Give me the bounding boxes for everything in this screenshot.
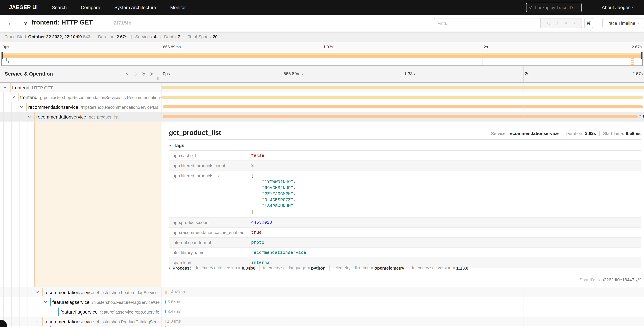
- span-duration-bar[interactable]: [163, 115, 638, 118]
- tick-label: 2s: [484, 42, 488, 52]
- tag-row[interactable]: app.cache_hitfalse: [169, 151, 641, 160]
- clear-find-icon[interactable]: ×: [573, 21, 576, 26]
- chevron-right-icon: ›: [169, 266, 170, 270]
- collapse-trace-chevron-icon[interactable]: ∨: [24, 20, 28, 26]
- tag-value: 44530923: [251, 218, 641, 227]
- back-arrow-icon[interactable]: ←: [8, 19, 14, 26]
- tag-row[interactable]: app.filtered_products.count8: [169, 160, 641, 170]
- trace-view-selector[interactable]: Trace Timeline ∨: [602, 18, 643, 28]
- span-row[interactable]: recommendationservice/hipstershop.Recomm…: [0, 102, 644, 112]
- span-name[interactable]: recommendationservice/hipstershop.Produc…: [44, 316, 161, 326]
- summary-value: 2.67s: [116, 34, 128, 39]
- process-section[interactable]: › Process: telemetry.auto.version=0.34b0…: [169, 265, 472, 270]
- span-duration-bar[interactable]: [165, 320, 165, 323]
- collapse-all-icon[interactable]: [142, 72, 146, 76]
- tag-value: proto: [251, 238, 641, 248]
- list-item: "OLJCESPC7Z",: [251, 197, 641, 203]
- list-item: "2ZYFJ3GM2N",: [251, 191, 641, 197]
- detail-meta-value: 2.62s: [585, 131, 596, 136]
- process-value: 0.34b0: [242, 266, 255, 270]
- span-row[interactable]: recommendationservice/hipstershop.Produc…: [0, 316, 644, 326]
- span-operation-name: get_product_list: [89, 115, 118, 120]
- column-resize-handle[interactable]: [157, 77, 159, 80]
- match-highlight-icon[interactable]: ◎: [546, 21, 550, 26]
- summary-label: Services: [135, 34, 152, 39]
- expand-one-icon[interactable]: [134, 72, 138, 76]
- minimap-left-scrubber[interactable]: [2, 52, 3, 59]
- expand-collapse-controls: [126, 66, 154, 82]
- tag-key: app.filtered_products.list: [169, 171, 251, 180]
- span-name[interactable]: recommendationserviceget_product_list: [36, 112, 161, 122]
- tick-label: 666.89ms: [163, 42, 181, 52]
- span-row[interactable]: frontendHTTP GET: [0, 82, 644, 92]
- keyboard-shortcuts-button[interactable]: ⌘: [584, 18, 593, 28]
- process-entry: telemetry.sdk.version=1.13.0: [408, 265, 472, 270]
- minimap-canvas[interactable]: [1, 52, 643, 66]
- nav-item-monitor[interactable]: Monitor: [170, 5, 186, 10]
- link-icon[interactable]: [636, 278, 641, 282]
- span-row[interactable]: featureflagservicefeatureflagservice.rep…: [0, 307, 644, 316]
- span-service-name: recommendationservice: [36, 114, 86, 120]
- nav-item-compare[interactable]: Compare: [81, 5, 100, 10]
- span-name[interactable]: recommendationservice/hipstershop.Recomm…: [28, 102, 161, 112]
- span-operation-name: /hipstershop.FeatureFlagService...: [97, 290, 161, 295]
- span-duration-bar[interactable]: [165, 300, 166, 304]
- minimap-span-bar: [631, 60, 634, 61]
- process-value: opentelemetry: [374, 266, 404, 270]
- nav-item-system-architecture[interactable]: System Architecture: [114, 5, 156, 10]
- span-name[interactable]: frontendgrpc.hipstershop.RecommendationS…: [20, 92, 161, 102]
- nav-right: About Jaeger ∨: [526, 0, 644, 15]
- span-children-toggle[interactable]: [12, 95, 15, 99]
- tag-row[interactable]: internal.span.formatproto: [169, 237, 641, 248]
- next-result-icon[interactable]: ∨: [564, 21, 568, 26]
- minimap-span-bar: [631, 58, 634, 59]
- tick-label: 1.33s: [323, 42, 333, 52]
- minimap-right-scrubber[interactable]: [641, 52, 642, 59]
- span-children-toggle[interactable]: [20, 105, 23, 109]
- tick-label: 2s: [525, 66, 529, 82]
- span-row[interactable]: featureflagservice/hipstershop.FeatureFl…: [0, 297, 644, 307]
- trace-lookup-box[interactable]: [526, 2, 582, 12]
- list-bracket: ]: [251, 209, 641, 215]
- tick-label: 2.67s: [632, 42, 642, 52]
- summary-separator: [94, 34, 94, 39]
- summary-label: Duration: [98, 34, 114, 39]
- span-duration-bar[interactable]: [162, 96, 643, 99]
- nav-item-search[interactable]: Search: [52, 5, 67, 10]
- detail-meta-label: Start Time:: [603, 131, 624, 136]
- tag-row[interactable]: app.filtered_products.list["1YMWWN1N4O",…: [169, 170, 641, 217]
- tick-label: 2.67s: [632, 66, 643, 82]
- prev-result-icon[interactable]: ∧: [556, 21, 559, 26]
- span-children-toggle[interactable]: [28, 115, 31, 118]
- trace-lookup-input[interactable]: [535, 5, 578, 10]
- span-duration-bar[interactable]: [165, 291, 167, 294]
- span-name[interactable]: frontendHTTP GET: [12, 82, 161, 92]
- span-duration-bar[interactable]: [165, 310, 166, 313]
- collapse-one-icon[interactable]: [126, 72, 130, 76]
- span-name[interactable]: featureflagservicefeatureflagservice.rep…: [60, 307, 161, 316]
- jaeger-logo[interactable]: JAEGER UI: [9, 4, 38, 10]
- span-name[interactable]: featureflagservice/hipstershop.FeatureFl…: [52, 297, 161, 307]
- span-children-toggle[interactable]: [36, 290, 39, 294]
- span-row[interactable]: recommendationservice/hipstershop.Featur…: [0, 288, 644, 297]
- chevron-down-icon: [28, 115, 31, 118]
- expand-all-icon[interactable]: [150, 72, 154, 76]
- summary-label: Depth: [164, 34, 176, 39]
- about-jaeger-menu[interactable]: About Jaeger ∨: [602, 5, 634, 10]
- span-name[interactable]: recommendationservice/hipstershop.Featur…: [44, 288, 161, 297]
- find-input[interactable]: [434, 18, 540, 28]
- span-children-toggle[interactable]: [44, 300, 47, 304]
- span-row[interactable]: recommendationserviceget_product_list2.6…: [0, 112, 644, 122]
- tag-row[interactable]: app.recommendation.cache_enabledtrue: [169, 227, 641, 237]
- tick-label: 0μs: [163, 66, 170, 82]
- tag-key: internal.span.format: [169, 238, 251, 248]
- tag-row[interactable]: otel.library.namerecommendationservice: [169, 248, 641, 258]
- span-children-toggle[interactable]: [36, 320, 39, 323]
- tag-row[interactable]: app.products.count44530923: [169, 217, 641, 227]
- span-row[interactable]: frontendgrpc.hipstershop.RecommendationS…: [0, 92, 644, 102]
- span-service-name: frontend: [12, 85, 30, 90]
- summary-value-ms: .543: [82, 34, 90, 39]
- span-children-toggle[interactable]: [3, 86, 7, 89]
- indent-guide: [3, 92, 4, 327]
- tags-section-toggle[interactable]: ∨ Tags: [169, 143, 184, 148]
